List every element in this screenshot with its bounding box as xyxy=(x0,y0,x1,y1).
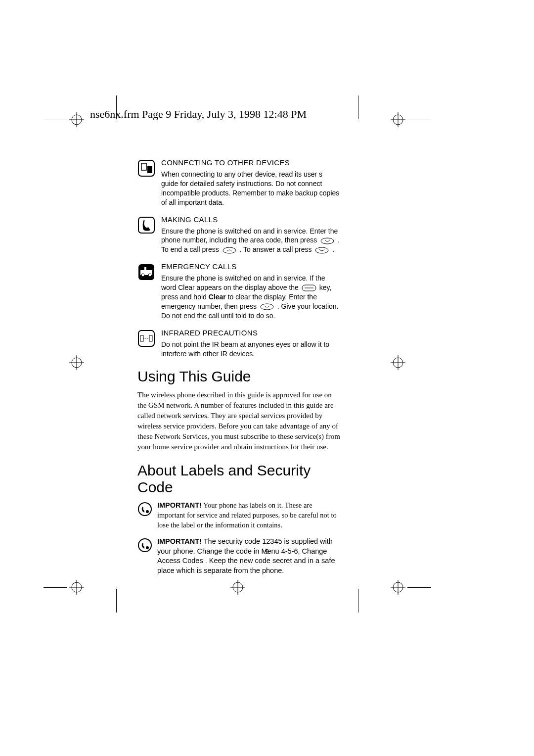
text-fragment: Ensure the phone is switched on and in s… xyxy=(161,274,325,291)
infrared-icon xyxy=(137,330,155,347)
section-title: CONNECTING TO OTHER DEVICES xyxy=(161,158,340,167)
important-text: IMPORTANT! The security code 12345 is su… xyxy=(157,537,340,575)
section-infrared: INFRARED PRECAUTIONS Do not point the IR… xyxy=(137,329,340,359)
section-title: MAKING CALLS xyxy=(161,215,340,224)
crop-mark xyxy=(116,589,117,613)
svg-point-35 xyxy=(261,304,273,310)
svg-point-40 xyxy=(138,503,151,516)
svg-rect-32 xyxy=(144,267,146,270)
reg-mark-icon xyxy=(69,355,84,370)
important-block-security: IMPORTANT! The security code 12345 is su… xyxy=(137,537,340,575)
call-key-icon xyxy=(320,237,335,245)
section-title: EMERGENCY CALLS xyxy=(161,262,340,271)
section-text: Ensure the phone is switched on and in s… xyxy=(161,274,340,320)
svg-point-26 xyxy=(223,247,236,253)
ambulance-icon xyxy=(137,263,155,281)
heading-using-guide: Using This Guide xyxy=(137,368,340,385)
text-fragment: Ensure the phone is switched on and in s… xyxy=(161,227,338,244)
text-fragment: . xyxy=(332,245,334,253)
important-icon xyxy=(137,502,152,517)
text-fragment: . To answer a call press xyxy=(240,245,314,253)
reg-mark-icon xyxy=(391,355,405,370)
heading-labels-security: About Labels and Security Code xyxy=(137,462,340,496)
device-icon xyxy=(137,159,155,177)
clear-label: Clear xyxy=(209,293,226,301)
phone-icon xyxy=(137,216,155,234)
svg-point-41 xyxy=(146,510,149,513)
page-header: nse6nx.frm Page 9 Friday, July 3, 1998 1… xyxy=(90,108,307,121)
reg-mark-icon xyxy=(69,112,84,127)
crop-mark xyxy=(44,120,67,120)
reg-mark-icon xyxy=(69,580,84,595)
reg-mark-icon xyxy=(391,580,405,595)
section-making-calls: MAKING CALLS Ensure the phone is switche… xyxy=(137,215,340,255)
soft-key-icon xyxy=(302,284,316,291)
reg-mark-icon xyxy=(391,112,405,127)
section-connecting: CONNECTING TO OTHER DEVICES When connect… xyxy=(137,158,340,207)
crop-mark xyxy=(407,587,431,588)
important-block-labels: IMPORTANT! Your phone has labels on it. … xyxy=(137,501,340,530)
page-content: CONNECTING TO OTHER DEVICES When connect… xyxy=(137,158,340,582)
important-label: IMPORTANT! xyxy=(157,501,202,509)
call-key-icon xyxy=(314,246,329,254)
crop-mark xyxy=(44,587,67,588)
svg-rect-23 xyxy=(147,166,152,173)
end-key-icon xyxy=(222,246,237,254)
guide-paragraph: The wireless phone described in this gui… xyxy=(137,390,340,452)
call-key-icon xyxy=(260,303,274,311)
section-text: When connecting to any other device, rea… xyxy=(161,170,340,207)
svg-point-31 xyxy=(148,274,151,277)
important-label: IMPORTANT! xyxy=(157,537,202,545)
crop-mark xyxy=(358,95,358,119)
svg-rect-22 xyxy=(141,163,146,170)
section-text: Ensure the phone is switched on and in s… xyxy=(161,227,340,255)
section-emergency: EMERGENCY CALLS Ensure the phone is swit… xyxy=(137,262,340,320)
section-text: Do not point the IR beam at anyones eyes… xyxy=(161,340,340,359)
svg-point-27 xyxy=(315,247,328,253)
crop-mark xyxy=(407,120,431,120)
section-title: INFRARED PRECAUTIONS xyxy=(161,329,340,337)
crop-mark xyxy=(358,589,358,613)
important-text: IMPORTANT! Your phone has labels on it. … xyxy=(157,501,340,530)
page-number: 9 xyxy=(0,547,534,556)
svg-point-25 xyxy=(321,238,334,244)
svg-point-30 xyxy=(141,274,144,277)
svg-rect-37 xyxy=(140,335,143,341)
svg-rect-38 xyxy=(149,335,152,341)
